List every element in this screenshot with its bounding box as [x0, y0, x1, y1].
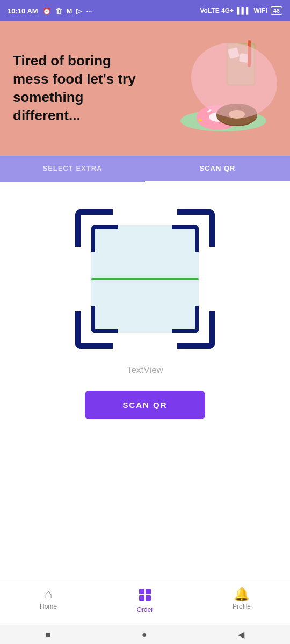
- bottom-nav: ⌂ Home Order 🔔 Profile: [0, 582, 290, 625]
- status-time: 10:10 AM: [8, 7, 38, 15]
- trash-icon: 🗑: [55, 7, 62, 15]
- signal-icon: ▌▌▌: [237, 7, 251, 14]
- nav-profile[interactable]: 🔔 Profile: [193, 588, 290, 610]
- tab-bar: SELECT EXTRA SCAN QR: [0, 156, 290, 182]
- more-icon: ···: [86, 7, 92, 15]
- hero-headline: Tired of boring mess food let's try some…: [13, 52, 136, 125]
- alarm-icon: ⏰: [42, 7, 51, 15]
- order-icon: [138, 588, 152, 604]
- status-bar: 10:10 AM ⏰ 🗑 M ▷ ··· VoLTE 4G+ ▌▌▌ WiFi …: [0, 0, 290, 21]
- profile-bell-icon: 🔔: [234, 588, 250, 601]
- android-nav: ■ ● ◀: [0, 625, 290, 644]
- mail-icon: M: [67, 7, 73, 15]
- nav-order[interactable]: Order: [97, 588, 193, 613]
- hero-image: [175, 38, 277, 140]
- qr-scanner: [75, 209, 215, 349]
- svg-rect-17: [139, 589, 144, 594]
- android-recent-btn[interactable]: ■: [46, 630, 51, 640]
- nav-home[interactable]: ⌂ Home: [0, 588, 97, 610]
- inner-corner-bl: [91, 306, 118, 333]
- home-icon: ⌂: [45, 588, 53, 601]
- scan-line: [91, 278, 199, 280]
- text-view-label: TextView: [127, 365, 163, 376]
- nav-home-label: Home: [40, 603, 57, 610]
- inner-corner-br: [172, 306, 199, 333]
- inner-corner-tr: [172, 225, 199, 252]
- network-icon: VoLTE 4G+: [200, 7, 234, 14]
- main-content: TextView SCAN QR: [0, 182, 290, 494]
- tab-scan-qr[interactable]: SCAN QR: [145, 156, 290, 182]
- status-left: 10:10 AM ⏰ 🗑 M ▷ ···: [8, 7, 92, 15]
- nav-profile-label: Profile: [233, 603, 251, 610]
- hero-banner: Tired of boring mess food let's try some…: [0, 21, 290, 156]
- svg-rect-19: [139, 595, 144, 601]
- nav-order-label: Order: [137, 606, 154, 613]
- svg-rect-20: [146, 595, 151, 601]
- android-home-btn[interactable]: ●: [142, 630, 147, 640]
- tab-select-extra[interactable]: SELECT EXTRA: [0, 156, 145, 182]
- status-right: VoLTE 4G+ ▌▌▌ WiFi 46: [200, 6, 282, 15]
- wifi-icon: WiFi: [254, 7, 267, 14]
- svg-rect-18: [146, 589, 151, 594]
- scan-qr-button[interactable]: SCAN QR: [85, 391, 205, 419]
- battery-indicator: 46: [271, 6, 282, 15]
- inner-corner-tl: [91, 225, 118, 252]
- play-icon: ▷: [76, 7, 82, 15]
- android-back-btn[interactable]: ◀: [238, 630, 244, 640]
